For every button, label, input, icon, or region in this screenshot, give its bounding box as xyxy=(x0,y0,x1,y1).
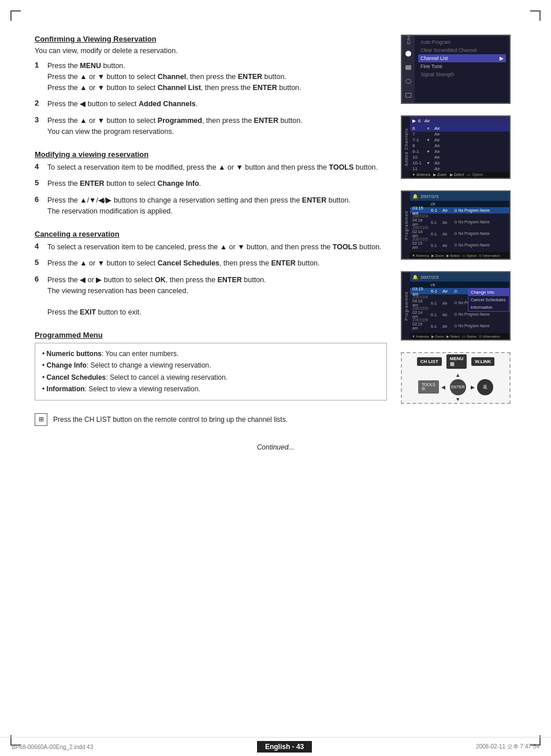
box-item-2: • Change Info: Select to change a viewin… xyxy=(42,360,379,371)
section-modifying: Modifying a viewing reservation 4 To sel… xyxy=(35,150,387,217)
step-content-4: To select a reservation item to be modif… xyxy=(47,162,378,173)
step-num-1: 1 xyxy=(35,61,47,69)
remote-menu-btn: MENU⊞ xyxy=(446,354,467,369)
continued-text: Continued... xyxy=(35,443,516,451)
main-content: Confirming a Viewing Reservation You can… xyxy=(35,35,516,426)
s1-menu: Auto Program Clear Scrambled Channel Cha… xyxy=(415,36,509,103)
remote-arrow-down: ▼ xyxy=(455,396,460,402)
step-3: 3 Press the ▲ or ▼ button to select Prog… xyxy=(35,115,387,137)
tv-screen-2: Added Channels ▶ 6 Air 6 ▼ Air 7Air xyxy=(401,115,511,179)
s2-row-11: 11Air xyxy=(410,166,509,172)
section-title-canceling: Canceling a reservation xyxy=(35,230,387,238)
s2-row-7: 7Air xyxy=(410,132,509,137)
tv-screen-4: Programmed 🔔 2007/2/3 ch 03:15 am6-1Air⊙ xyxy=(401,271,511,340)
step-6b: 6 Press the ◀ or ▶ button to select OK, … xyxy=(35,275,387,318)
note-icon: ⊞ xyxy=(35,413,47,426)
s1-sidebar: Channel xyxy=(402,36,415,103)
s4-row-3: 02:15 am6-1Air⊙ No Program Name xyxy=(410,323,509,329)
step-5b: 5 Press the ▲ or ▼ button to select Canc… xyxy=(35,258,387,269)
remote-top-row: CH LIST MENU⊞ W.LINK xyxy=(417,354,495,369)
remote-enter-btn: ENTER xyxy=(450,379,466,395)
remote-chlist-btn: CH LIST xyxy=(417,357,442,366)
step-num-5b: 5 xyxy=(35,258,47,267)
s2-header-channel: 6 Air xyxy=(418,118,430,123)
s3-row-1: 04:18 am6-1Air⊙ No Program Name xyxy=(410,219,509,225)
corner-mark-tl xyxy=(10,10,21,21)
step-4b: 4 To select a reservation item to be can… xyxy=(35,242,387,253)
s3-date-header: 2007/2/3 xyxy=(420,194,438,199)
s4-menu-information: Information xyxy=(468,304,509,311)
s1-menu-signal: Signal Strength xyxy=(418,70,506,78)
s4-header-icon: 🔔 xyxy=(412,275,418,280)
step-content-3: Press the ▲ or ▼ button to select Progra… xyxy=(47,115,303,137)
box-item-1: • Numeric buttons: You can enter numbers… xyxy=(42,348,379,360)
box-item-3: • Cancel Schedules: Select to cancel a v… xyxy=(42,372,379,383)
s3-nav: ▼ Antenna▶ Zoom▶ Select▭ Option⊙ Informa… xyxy=(410,252,509,259)
s1-wrapper: Channel Auto Program Clear Scrambled Cha… xyxy=(402,36,509,103)
step-4: 4 To select a reservation item to be mod… xyxy=(35,162,387,173)
s2-nav: ▼ Antenna▶ Zoom▶ Select▭ Option xyxy=(410,172,509,178)
s4-highlight: 03:15 am6-1Air⊙ Change Info Cancel Sched… xyxy=(410,288,509,294)
step-content-5b: Press the ▲ or ▼ button to select Cancel… xyxy=(47,258,320,269)
s4-date-header: 2007/2/3 xyxy=(420,275,438,280)
section-confirming: Confirming a Viewing Reservation You can… xyxy=(35,35,387,137)
s1-menu-clear: Clear Scrambled Channel xyxy=(418,46,506,54)
step-num-6: 6 xyxy=(35,195,47,204)
s3-highlight: 03:15 am6-1Air⊙ No Program Name xyxy=(410,207,509,214)
s1-menu-auto: Auto Program xyxy=(418,38,506,46)
s2-row-8: 8Air xyxy=(410,143,509,149)
remote-arrow-left: ◀ xyxy=(441,384,445,390)
step-num-4b: 4 xyxy=(35,242,47,250)
remote-arrow-up: ▲ xyxy=(455,372,460,378)
s4-row-2: 02:14 am6-1Air⊙ No Program Name xyxy=(410,312,509,317)
s3-row-3: 02:15 am6-1Air⊙ No Program Name xyxy=(410,242,509,248)
remote-note-text: Press the CH LIST button on the remote c… xyxy=(53,416,288,424)
step-content-6: Press the ▲/▼/◀/▶ buttons to change a re… xyxy=(47,195,351,217)
tv-screen-1: Channel Auto Program Clear Scrambled Cha… xyxy=(401,35,511,104)
step-content-2: Press the ◀ button to select Added Chann… xyxy=(47,99,198,110)
remote-tools-btn: TOOLS⚙ xyxy=(418,380,439,394)
s2-sidebar-label: Added Channels xyxy=(404,128,408,166)
remote-wlink-btn: W.LINK xyxy=(471,357,494,366)
step-num-5: 5 xyxy=(35,178,47,187)
s1-menu-fine-tune: Fine Tune xyxy=(418,62,506,70)
s4-menu-change-info: Change Info xyxy=(468,289,509,296)
s4-nav: ▼ Antenna▶ Zoom▶ Select▭ Option⊙ Informa… xyxy=(410,333,509,339)
bottom-bar: BP68-00660A-00Eng_2.indd 43 English - 43… xyxy=(0,737,551,756)
s2-row-8-1: 8-1▼Air xyxy=(410,149,509,155)
s1-icon-2 xyxy=(404,63,412,72)
box-item-4: • Information: Select to view a viewing … xyxy=(42,383,379,395)
section-title-programmed: Programmed Menu xyxy=(35,331,387,339)
remote-tools-area: TOOLS⚙ ▲ ◀ ENTER ▶ ▼ 返 xyxy=(418,372,493,402)
s1-icon-1 xyxy=(404,50,412,58)
s3-header-icon: 🔔 xyxy=(412,194,418,199)
s2-row-highlight: 6 ▼ Air xyxy=(410,125,509,132)
step-content-6b: Press the ◀ or ▶ button to select OK, th… xyxy=(47,275,266,318)
corner-mark-tr xyxy=(530,10,541,21)
step-5: 5 Press the ENTER button to select Chang… xyxy=(35,178,387,189)
step-num-3: 3 xyxy=(35,115,47,124)
tv-screen-3: Programmed 🔔 2007/2/3 ch 03:15 am6-1Air⊙… xyxy=(401,190,511,260)
s1-icon-4 xyxy=(404,91,412,99)
s1-sidebar-label: Channel xyxy=(406,35,411,44)
s4-menu-cancel-schedules: Cancel Schedules xyxy=(468,296,509,304)
remote-return-btn: 返 xyxy=(477,379,493,395)
s1-menu-channel-list: Channel List▶ xyxy=(418,54,506,62)
section-title-confirming: Confirming a Viewing Reservation xyxy=(35,35,387,43)
step-content-4b: To select a reservation item to be cance… xyxy=(47,242,381,253)
remote-image: CH LIST MENU⊞ W.LINK TOOLS⚙ ▲ ◀ ENTER ▶ … xyxy=(401,352,511,404)
s4-popup-menu: Change Info Cancel Schedules Information xyxy=(468,288,509,312)
right-column: Channel Auto Program Clear Scrambled Cha… xyxy=(401,35,516,426)
step-content-1: Press the MENU button. Press the ▲ or ▼ … xyxy=(47,61,301,93)
left-column: Confirming a Viewing Reservation You can… xyxy=(35,35,387,426)
step-6: 6 Press the ▲/▼/◀/▶ buttons to change a … xyxy=(35,195,387,217)
s2-row-7-1: 7-1▼Air xyxy=(410,137,509,143)
bottom-page: English - 43 xyxy=(257,741,312,753)
section-intro-confirming: You can view, modify or delete a reserva… xyxy=(35,47,387,55)
step-content-5: Press the ENTER button to select Change … xyxy=(47,178,201,189)
step-2: 2 Press the ◀ button to select Added Cha… xyxy=(35,99,387,110)
s3-row-2: 02:14 am6-1Air⊙ No Program Name xyxy=(410,231,509,237)
s2-row-10: 10Air xyxy=(410,155,509,160)
section-title-modifying: Modifying a viewing reservation xyxy=(35,150,387,159)
remote-note: ⊞ Press the CH LIST button on the remote… xyxy=(35,413,387,426)
